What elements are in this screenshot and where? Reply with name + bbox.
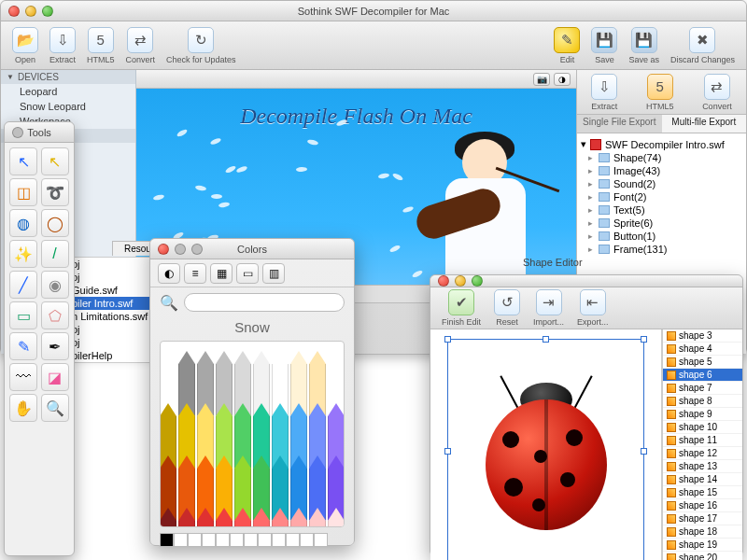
- shape-row[interactable]: shape 15: [663, 486, 742, 499]
- handle-l[interactable]: [444, 448, 451, 455]
- color-search-input[interactable]: [184, 293, 345, 312]
- color-button[interactable]: ◑: [554, 73, 571, 86]
- color-wheel-icon[interactable]: ◐: [158, 263, 180, 284]
- pencil-tool[interactable]: ✎: [9, 332, 37, 360]
- handle-tr[interactable]: [641, 336, 647, 343]
- shape-row[interactable]: shape 4: [663, 343, 742, 356]
- swatch[interactable]: [202, 533, 216, 547]
- edit-button[interactable]: ✎Edit: [548, 25, 585, 66]
- crayon[interactable]: [178, 508, 195, 527]
- gradient-tool[interactable]: ◯: [41, 209, 69, 237]
- shape-row[interactable]: shape 9: [663, 408, 742, 421]
- tab-single-export[interactable]: Single File Export: [577, 115, 662, 133]
- crayon[interactable]: [216, 508, 233, 527]
- device-item[interactable]: Leopard: [1, 84, 135, 99]
- tools-close-icon[interactable]: [12, 127, 23, 138]
- reset[interactable]: ↺Reset: [488, 287, 526, 329]
- crayon[interactable]: [290, 508, 307, 527]
- tree-node[interactable]: Image(43): [579, 164, 744, 177]
- colors-close-icon[interactable]: [158, 244, 169, 255]
- shape-row[interactable]: shape 11: [663, 434, 742, 447]
- crayon[interactable]: [197, 508, 214, 527]
- extract-button[interactable]: ⇩Extract: [44, 25, 81, 66]
- shape-row[interactable]: shape 3: [663, 329, 742, 343]
- polygon-tool[interactable]: ⬠: [41, 301, 69, 329]
- eyedropper-tool[interactable]: /: [41, 240, 69, 268]
- swatch[interactable]: [244, 533, 258, 547]
- convert-button[interactable]: ⇄Convert: [120, 25, 162, 66]
- swatch[interactable]: [160, 533, 174, 547]
- colors-min-icon[interactable]: [175, 244, 186, 255]
- tree-node[interactable]: Button(1): [579, 230, 744, 243]
- colors-zoom-icon[interactable]: [191, 244, 203, 255]
- swatch[interactable]: [230, 533, 244, 547]
- select-tool[interactable]: ↖: [9, 147, 37, 175]
- shape-zoom-icon[interactable]: [472, 275, 483, 287]
- fill-tool[interactable]: ◍: [9, 209, 37, 237]
- shape-min-icon[interactable]: [455, 275, 466, 287]
- saveas-button[interactable]: 💾Save as: [623, 25, 665, 66]
- tree-node[interactable]: Sound(2): [579, 177, 744, 190]
- rp-convert[interactable]: ⇄Convert: [697, 72, 738, 113]
- wand-tool[interactable]: ✨: [9, 240, 37, 268]
- color-image-icon[interactable]: ▭: [236, 263, 259, 284]
- camera-button[interactable]: 📷: [533, 73, 550, 86]
- html5-button[interactable]: 5HTML5: [81, 25, 120, 66]
- tree-node[interactable]: Frame(131): [579, 243, 744, 256]
- handle-tl[interactable]: [444, 336, 451, 343]
- swatch[interactable]: [174, 533, 188, 547]
- shape-row[interactable]: shape 12: [663, 447, 742, 460]
- blur-tool[interactable]: ◉: [41, 271, 69, 299]
- brush-tool[interactable]: 〰: [9, 363, 37, 391]
- shape-row[interactable]: shape 19: [663, 539, 742, 552]
- swatch[interactable]: [188, 533, 202, 547]
- tree-node[interactable]: Sprite(6): [579, 217, 744, 230]
- crayon[interactable]: [253, 508, 270, 527]
- shape-row[interactable]: shape 8: [663, 395, 742, 408]
- swatch[interactable]: [286, 533, 300, 547]
- shape-row[interactable]: shape 6: [663, 369, 742, 382]
- shape-row[interactable]: shape 16: [663, 499, 742, 512]
- zoom-tool[interactable]: 🔍: [41, 394, 69, 422]
- export[interactable]: ⇤Export...: [571, 287, 614, 329]
- swatch[interactable]: [258, 533, 272, 547]
- discard-button[interactable]: ✖Discard Changes: [665, 25, 740, 66]
- pen-tool[interactable]: ✒: [41, 332, 69, 360]
- shape-row[interactable]: shape 13: [663, 460, 742, 473]
- hand-tool[interactable]: ✋: [9, 394, 37, 422]
- rp-html5[interactable]: 5HTML5: [641, 72, 680, 113]
- rp-extract[interactable]: ⇩Extract: [585, 72, 623, 113]
- shape-row[interactable]: shape 18: [663, 525, 742, 539]
- line-tool[interactable]: ╱: [9, 271, 37, 299]
- devices-header[interactable]: DEVICES: [1, 70, 135, 84]
- shape-close-icon[interactable]: [438, 275, 449, 287]
- swatch[interactable]: [216, 533, 230, 547]
- eraser-tool[interactable]: ◪: [41, 363, 69, 391]
- shape-row[interactable]: shape 7: [663, 382, 742, 395]
- close-icon[interactable]: [8, 6, 20, 17]
- main-titlebar[interactable]: Sothink SWF Decompiler for Mac: [1, 1, 746, 21]
- updates-button[interactable]: ↻Check for Updates: [161, 25, 242, 66]
- handle-t[interactable]: [543, 336, 549, 343]
- crayon[interactable]: [309, 508, 326, 527]
- shape-row[interactable]: shape 14: [663, 473, 742, 486]
- zoom-icon[interactable]: [42, 6, 53, 17]
- handle-r[interactable]: [641, 448, 647, 455]
- crayon-box[interactable]: [160, 341, 345, 527]
- rect-tool[interactable]: ▭: [9, 301, 37, 329]
- open-button[interactable]: 📂Open: [7, 25, 44, 66]
- tree-node[interactable]: Shape(74): [579, 151, 744, 164]
- save-button[interactable]: 💾Save: [585, 25, 623, 66]
- tab-multi-export[interactable]: Multi-file Export: [662, 115, 747, 133]
- crop-tool[interactable]: ◫: [9, 178, 37, 206]
- crayon[interactable]: [272, 508, 289, 527]
- shape-canvas[interactable]: – + ◐: [430, 329, 662, 560]
- lasso-tool[interactable]: ➰: [41, 178, 69, 206]
- finish-edit[interactable]: ✔Finish Edit: [436, 287, 486, 329]
- tree-root-label[interactable]: SWF Decompiler Intro.swf: [605, 139, 725, 150]
- swatch[interactable]: [300, 533, 314, 547]
- subselect-tool[interactable]: ↖: [41, 147, 69, 175]
- tree-node[interactable]: Text(5): [579, 203, 744, 217]
- crayon[interactable]: [234, 508, 251, 527]
- shape-row[interactable]: shape 5: [663, 356, 742, 369]
